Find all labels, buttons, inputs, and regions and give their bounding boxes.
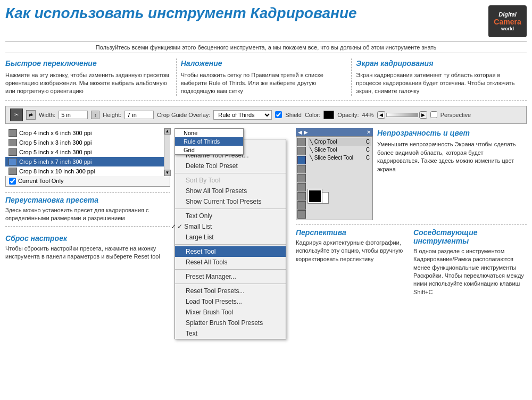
tool-row-crop[interactable]: ╲ Crop Tool C [308,138,371,146]
logo-line2: Camera [494,18,521,26]
menu-item-reset-tool[interactable]: Reset Tool [175,246,286,257]
overlay-option-none[interactable]: None [175,129,243,137]
preset-name: Crop 5 inch x 7 inch 300 ppi [19,159,92,165]
opacity-controls: ◀ ▶ [377,111,427,119]
reset-settings-title: Сброс настроек [5,234,170,243]
preset-icon [9,148,17,156]
opacity-description: Непрозрачность и цвет Уменьшите непрозра… [377,128,527,220]
logo-line3: world [501,26,514,31]
current-tool-only-checkbox[interactable] [9,178,16,185]
tool-btn[interactable] [297,138,306,146]
right-panel: ◀ ▶ ✕ [296,128,527,339]
menu-separator [175,284,286,284]
foreground-color-swatch[interactable] [308,189,322,203]
tool-btn[interactable] [297,174,306,182]
overlay-title: Наложение [181,59,347,69]
crop-tool-icon[interactable]: ✂ [10,109,23,121]
preset-icon [9,129,17,137]
tool-btn[interactable] [297,192,306,201]
scroll-up-button[interactable]: ▲ [164,128,171,135]
height-input[interactable] [124,111,154,119]
opacity-value: 44% [362,112,374,118]
reset-preset-text: Здесь можно установить пресет для кадрир… [5,206,170,223]
quick-switch-text: Нажмите на эту иконку, чтобы изменить за… [5,71,172,96]
tool-btn[interactable] [297,147,306,155]
crop-screen-section: Экран кадрирования Экран кадрирования за… [352,59,527,96]
menu-item-large-list[interactable]: Large List [175,232,286,243]
tool-btn-active[interactable] [297,156,306,164]
scroll-down-button[interactable]: ▼ [164,170,171,176]
list-item[interactable]: Crop 5 inch x 3 inch 300 ppi [5,138,164,147]
menu-item-text-only[interactable]: Text Only [175,211,286,221]
menu-separator [175,269,286,270]
preset-container: Crop 4 inch x 6 inch 300 ppi Crop 5 inch… [5,128,170,176]
list-item[interactable]: Crop 4 inch x 6 inch 300 ppi [5,128,164,138]
bottom-left-descriptions: Переустановка пресета Здесь можно устано… [5,192,170,261]
menu-item-load-tool-presets[interactable]: Load Tool Presets... [175,296,286,307]
opacity-slider[interactable] [386,113,418,117]
tool-row-slice-select[interactable]: ╲ Slice Select Tool C [308,154,371,162]
list-item[interactable]: Crop 8 inch x 10 inch 300 ppi [5,166,164,176]
menu-item-delete-preset[interactable]: Delete Tool Preset [175,161,286,171]
slice-tool-key: C [366,147,370,153]
tools-panel-body: ╲ Crop Tool C ╲ Slice Tool C ╲ Slice Sel… [296,136,373,220]
shield-checkbox[interactable] [275,111,282,118]
preset-icon [9,168,17,175]
tool-btn[interactable] [297,210,306,219]
menu-item-small-list[interactable]: ✓ Small List [175,221,286,232]
menu-item-text[interactable]: Text [175,328,286,339]
overlay-option-grid[interactable]: Grid [175,146,243,154]
tool-row-slice[interactable]: ╲ Slice Tool C [308,146,371,154]
tool-btn[interactable] [297,183,306,191]
menu-item-sort-by-tool: Sort By Tool [175,175,286,186]
header: Как использовать инструмент Кадрирование… [5,5,527,37]
reset-preset-title: Переустановка пресета [5,196,170,204]
opacity-increase-button[interactable]: ▶ [419,111,427,119]
tools-floating-panel: ◀ ▶ ✕ [296,128,373,220]
reset-settings-section: Сброс настроек Чтобы сбросить настройки … [5,234,170,261]
tools-list: ╲ Crop Tool C ╲ Slice Tool C ╲ Slice Sel… [308,138,371,219]
quick-switch-section: Быстрое переключение Нажмите на эту икон… [5,59,177,96]
swap-dimensions-button[interactable]: ⇄ [26,110,36,120]
menu-item-show-current-presets[interactable]: Show Current Tool Presets [175,196,286,207]
menu-item-mixer-brush-tool[interactable]: Mixer Brush Tool [175,307,286,318]
page: Как использовать инструмент Кадрирование… [0,0,532,400]
opacity-decrease-button[interactable]: ◀ [377,111,385,119]
preset-scrollbar[interactable]: ▲ ▼ [164,128,170,176]
preset-icon [9,139,17,146]
current-tool-only-label: Current Tool Only [18,178,63,184]
menu-item-preset-manager[interactable]: Preset Manager... [175,271,286,282]
slice-select-tool-key: C [366,155,370,161]
menu-item-show-all-presets[interactable]: Show All Tool Presets [175,186,286,196]
crop-tool-key: C [366,139,370,145]
tools-panel-close[interactable]: ✕ [367,129,371,135]
context-menu: New Tool Preset... Rename Tool Preset...… [174,139,286,339]
page-title: Как использовать инструмент Кадрирование [5,5,357,22]
menu-item-reset-all-tools[interactable]: Reset All Tools [175,257,286,268]
quick-switch-title: Быстрое переключение [5,59,172,69]
main-content: Crop 4 inch x 6 inch 300 ppi Crop 5 inch… [5,128,527,339]
perspective-checkbox[interactable] [430,111,437,118]
neighbors-text: В одном разделе с инструментом Кадрирова… [413,247,527,296]
menu-item-splatter-brush-presets[interactable]: Splatter Brush Tool Presets [175,318,286,328]
list-item-selected[interactable]: Crop 5 inch x 7 inch 300 ppi [5,157,164,166]
tool-btn[interactable] [297,201,306,210]
opacity-color-text: Уменьшите непрозрачность Экрана чтобы сд… [377,140,527,173]
overlay-select[interactable]: Rule of Thirds None Grid [213,110,272,120]
width-input[interactable] [59,111,88,119]
tools-panel-arrows: ◀ ▶ [298,129,308,135]
list-item[interactable]: Crop 5 inch x 4 inch 300 ppi [5,147,164,157]
menu-item-reset-tool-presets[interactable]: Reset Tool Presets... [175,286,286,296]
color-swatch[interactable] [323,111,334,119]
overlay-dropdown: None Rule of Thirds Grid [174,128,244,155]
overlay-option-rule-of-thirds[interactable]: Rule of Thirds [175,137,243,146]
reset-settings-text: Чтобы сбросить настройки пресета, нажмит… [5,245,170,261]
tools-panel-inner: ╲ Crop Tool C ╲ Slice Tool C ╲ Slice Sel… [297,138,371,219]
reset-preset-section: Переустановка пресета Здесь можно устано… [5,196,170,227]
swap-icon[interactable]: ↕ [91,111,99,119]
tool-btn[interactable] [297,165,306,173]
slice-tool-label: ╲ Slice Tool [310,147,365,153]
tools-panel-header: ◀ ▶ ✕ [296,128,373,136]
left-panel: Crop 4 inch x 6 inch 300 ppi Crop 5 inch… [5,128,170,339]
preset-name: Crop 8 inch x 10 inch 300 ppi [19,168,95,174]
